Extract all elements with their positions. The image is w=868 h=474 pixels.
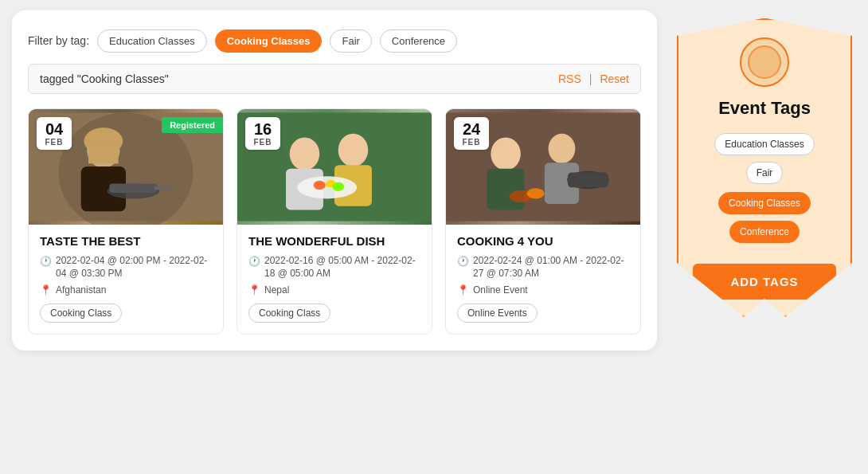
tag-btn-education[interactable]: Education Classes	[97, 29, 207, 53]
date-badge-2: 16 FEB	[245, 117, 280, 150]
tag-pills-row-2: Cooking Classes Conference	[693, 192, 836, 243]
event-card-1[interactable]: 04 FEB Registered TASTE THE BEST 🕐 2022-…	[28, 108, 224, 335]
location-icon-1: 📍	[40, 284, 52, 296]
card-location-3: 📍 Online Event	[457, 284, 629, 296]
bar-divider: |	[589, 72, 592, 85]
date-day-2: 16	[252, 120, 274, 138]
tag-pills-row-1: Education Classes Fair	[693, 133, 836, 184]
svg-point-11	[290, 137, 320, 170]
card-image-3: 24 FEB	[446, 109, 640, 225]
event-card-3[interactable]: 24 FEB COOKING 4 YOU 🕐 2022-02-24 @ 01:0…	[445, 108, 641, 335]
tagged-bar-right: RSS | Reset	[558, 72, 629, 85]
filter-row: Filter by tag: Education Classes Cooking…	[28, 29, 641, 53]
date-day-3: 24	[460, 120, 483, 138]
svg-point-18	[332, 182, 344, 190]
card-location-text-3: Online Event	[473, 284, 528, 296]
date-badge-1: 04 FEB	[37, 117, 72, 150]
card-location-text-2: Nepal	[264, 284, 289, 296]
card-tag-3[interactable]: Online Events	[457, 304, 538, 323]
clock-icon-2: 🕐	[248, 255, 260, 268]
date-day-1: 04	[43, 120, 65, 138]
card-datetime-1: 🕐 2022-02-04 @ 02:00 PM - 2022-02-04 @ 0…	[40, 254, 212, 281]
tag-pill-cooking[interactable]: Cooking Classes	[718, 192, 811, 214]
svg-point-23	[549, 133, 576, 163]
svg-point-13	[338, 133, 369, 166]
card-body-3: COOKING 4 YOU 🕐 2022-02-24 @ 01:00 AM - …	[446, 225, 640, 335]
tag-widget: Event Tags Education Classes Fair Cookin…	[677, 18, 852, 317]
clock-icon-3: 🕐	[457, 255, 469, 268]
main-container: Filter by tag: Education Classes Cooking…	[12, 10, 856, 464]
card-location-text-1: Afghanistan	[56, 284, 106, 296]
svg-point-16	[314, 180, 326, 189]
add-tags-button[interactable]: ADD TAGS	[693, 264, 836, 300]
card-title-3: COOKING 4 YOU	[457, 234, 629, 248]
card-datetime-text-1: 2022-02-04 @ 02:00 PM - 2022-02-04 @ 03:…	[56, 254, 212, 281]
tag-widget-title: Event Tags	[718, 98, 811, 119]
reset-link[interactable]: Reset	[600, 72, 629, 85]
card-body-1: TASTE THE BEST 🕐 2022-02-04 @ 02:00 PM -…	[29, 225, 223, 335]
tag-btn-cooking[interactable]: Cooking Classes	[215, 29, 323, 53]
right-panel: Event Tags Education Classes Fair Cookin…	[673, 10, 856, 317]
card-datetime-text-2: 2022-02-16 @ 05:00 AM - 2022-02-18 @ 05:…	[264, 254, 420, 281]
svg-rect-22	[487, 168, 525, 210]
card-title-2: THE WONDERFUL DISH	[248, 234, 420, 248]
date-month-1: FEB	[43, 138, 65, 147]
registered-badge-1: Registered	[162, 117, 223, 133]
rss-link[interactable]: RSS	[558, 72, 581, 85]
card-location-1: 📍 Afghanistan	[40, 284, 212, 296]
card-tag-1[interactable]: Cooking Class	[40, 304, 122, 323]
svg-point-21	[491, 137, 521, 170]
date-badge-3: 24 FEB	[454, 117, 489, 150]
date-month-2: FEB	[252, 138, 274, 147]
svg-rect-8	[154, 186, 175, 190]
card-tag-2[interactable]: Cooking Class	[248, 304, 330, 323]
svg-point-15	[297, 176, 357, 198]
tag-pill-fair[interactable]: Fair	[746, 162, 784, 184]
tag-hole-inner	[748, 45, 781, 79]
svg-rect-5	[88, 141, 119, 163]
tag-pill-conference[interactable]: Conference	[729, 221, 800, 243]
location-icon-3: 📍	[457, 284, 469, 296]
date-month-3: FEB	[460, 138, 483, 147]
card-location-2: 📍 Nepal	[248, 284, 420, 296]
clock-icon-1: 🕐	[40, 255, 52, 268]
card-datetime-text-3: 2022-02-24 @ 01:00 AM - 2022-02-27 @ 07:…	[473, 254, 629, 281]
filter-label: Filter by tag:	[28, 34, 89, 47]
location-icon-2: 📍	[248, 284, 260, 296]
card-datetime-2: 🕐 2022-02-16 @ 05:00 AM - 2022-02-18 @ 0…	[248, 254, 420, 281]
card-datetime-3: 🕐 2022-02-24 @ 01:00 AM - 2022-02-27 @ 0…	[457, 254, 629, 281]
tag-pill-education[interactable]: Education Classes	[714, 133, 814, 155]
card-title-1: TASTE THE BEST	[40, 234, 212, 248]
card-body-2: THE WONDERFUL DISH 🕐 2022-02-16 @ 05:00 …	[237, 225, 432, 335]
tag-hole	[740, 37, 789, 87]
svg-rect-7	[109, 183, 157, 192]
svg-rect-26	[568, 172, 608, 187]
event-card-2[interactable]: 16 FEB THE WONDERFUL DISH 🕐 2022-02-16 @…	[237, 108, 432, 335]
svg-point-28	[526, 188, 545, 198]
card-image-1: 04 FEB Registered	[29, 109, 223, 225]
event-cards-row: 04 FEB Registered TASTE THE BEST 🕐 2022-…	[28, 108, 641, 335]
tagged-text: tagged "Cooking Classes"	[40, 72, 169, 85]
left-panel: Filter by tag: Education Classes Cooking…	[12, 10, 657, 351]
tag-btn-conference[interactable]: Conference	[380, 29, 457, 53]
card-image-2: 16 FEB	[237, 109, 432, 225]
tagged-bar: tagged "Cooking Classes" RSS | Reset	[28, 64, 641, 94]
tag-btn-fair[interactable]: Fair	[330, 29, 371, 53]
